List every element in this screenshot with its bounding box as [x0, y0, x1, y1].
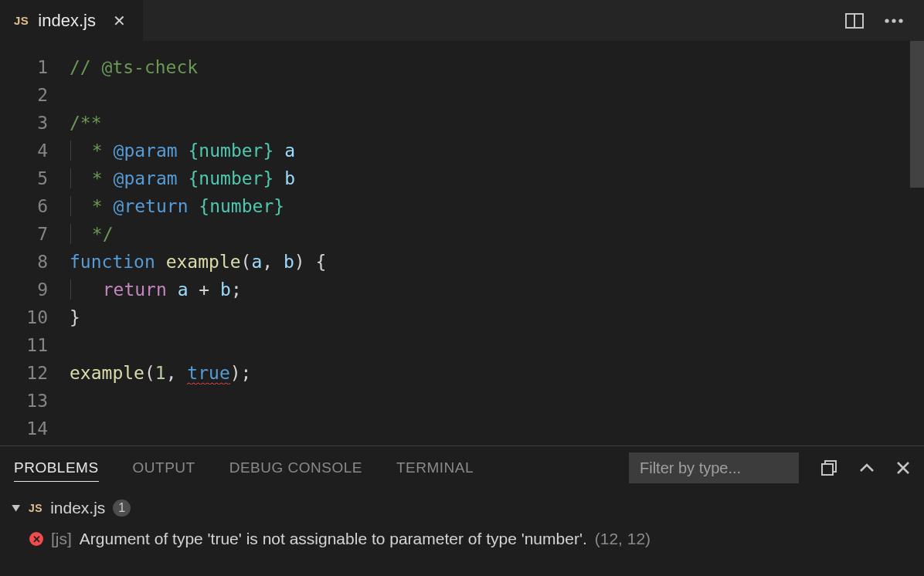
problems-filter-input[interactable]: [629, 452, 799, 483]
problem-message: Argument of type 'true' is not assignabl…: [80, 530, 587, 548]
error-icon: ✕: [29, 532, 43, 546]
tab-filename: index.js: [38, 11, 96, 31]
chevron-up-icon[interactable]: [859, 462, 875, 473]
error-squiggle[interactable]: true: [187, 363, 229, 385]
problem-location: (12, 12): [595, 530, 651, 548]
line-number-gutter: 1 2 3 4 5 6 7 8 9 10 11 12 13 14: [0, 53, 70, 446]
split-editor-icon[interactable]: [845, 13, 864, 29]
tab-output[interactable]: OUTPUT: [133, 455, 195, 481]
tab-problems[interactable]: PROBLEMS: [14, 455, 99, 482]
svg-point-2: [885, 19, 888, 22]
editor-toolbar-actions: [825, 0, 924, 41]
more-actions-icon[interactable]: [884, 18, 904, 24]
problem-source: [js]: [51, 530, 72, 548]
svg-point-4: [899, 19, 902, 22]
close-icon[interactable]: ✕: [113, 12, 126, 30]
bottom-panel: PROBLEMS OUTPUT DEBUG CONSOLE TERMINAL ▶…: [0, 446, 924, 576]
code-content[interactable]: // @ts-check /** * @param {number} a * @…: [70, 53, 910, 446]
editor-tab-indexjs[interactable]: JS index.js ✕: [0, 0, 144, 41]
problems-file-name: index.js: [50, 499, 105, 517]
tab-terminal[interactable]: TERMINAL: [396, 455, 474, 481]
js-file-icon: JS: [14, 14, 29, 27]
collapse-all-icon[interactable]: [820, 459, 837, 476]
problem-item[interactable]: ✕ [js] Argument of type 'true' is not as…: [12, 523, 912, 554]
svg-point-3: [892, 19, 895, 22]
problems-list: ▶ JS index.js 1 ✕ [js] Argument of type …: [0, 490, 924, 576]
problems-file-row[interactable]: ▶ JS index.js 1: [12, 493, 912, 523]
editor-area: 1 2 3 4 5 6 7 8 9 10 11 12 13 14 // @ts-…: [0, 41, 924, 446]
code-editor[interactable]: 1 2 3 4 5 6 7 8 9 10 11 12 13 14 // @ts-…: [0, 41, 910, 446]
editor-tab-bar: JS index.js ✕: [0, 0, 924, 41]
overview-ruler[interactable]: [910, 41, 924, 446]
js-file-icon: JS: [29, 502, 42, 514]
close-panel-icon[interactable]: [896, 461, 910, 475]
tab-debug-console[interactable]: DEBUG CONSOLE: [229, 455, 362, 481]
problem-count-badge: 1: [113, 500, 131, 517]
svg-rect-5: [822, 464, 833, 475]
twisty-icon[interactable]: ▶: [11, 505, 23, 512]
overview-scrollbar[interactable]: [910, 41, 924, 188]
panel-tab-bar: PROBLEMS OUTPUT DEBUG CONSOLE TERMINAL: [0, 446, 924, 490]
